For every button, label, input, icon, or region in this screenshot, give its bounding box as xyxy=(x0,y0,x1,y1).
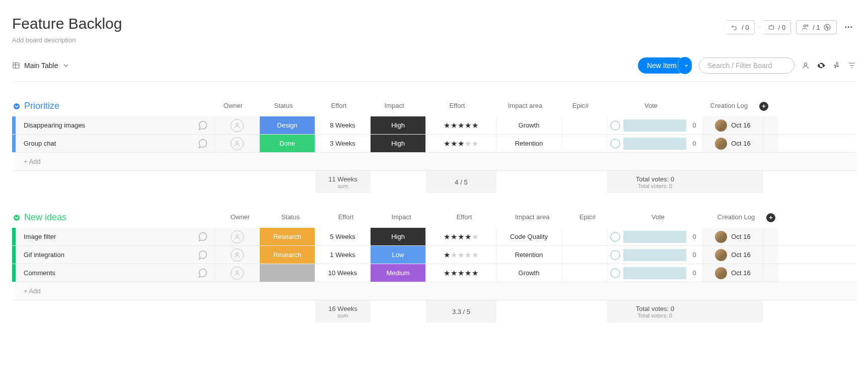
status-badge[interactable]: Design xyxy=(260,116,315,134)
owner-avatar[interactable] xyxy=(231,248,244,262)
effort-cell[interactable]: 5 Weeks xyxy=(315,228,371,245)
creation-log-cell[interactable]: Oct 16 xyxy=(703,246,763,264)
col-header-epic[interactable]: Epic# xyxy=(558,102,603,111)
view-switcher[interactable]: Main Table xyxy=(12,61,70,70)
status-badge[interactable] xyxy=(260,264,315,282)
col-header-impact-area[interactable]: Impact area xyxy=(499,213,565,222)
conversation-icon[interactable] xyxy=(197,120,208,131)
impact-badge[interactable]: Low xyxy=(371,246,425,264)
impact-area-cell[interactable]: Retention xyxy=(496,246,562,264)
group-title[interactable]: New ideas xyxy=(24,212,66,223)
impact-badge[interactable]: Medium xyxy=(371,264,425,282)
filter-button[interactable] xyxy=(848,61,856,70)
impact-area-cell[interactable]: Growth xyxy=(496,264,562,282)
creation-log-cell[interactable]: Oct 16 xyxy=(703,135,763,152)
table-row[interactable]: Group chat Done 3 Weeks High ★★★★★ Reten… xyxy=(12,135,856,153)
vote-cell[interactable]: 0 xyxy=(607,267,702,279)
search-input[interactable] xyxy=(699,57,794,74)
rating-cell[interactable]: ★★★★★ xyxy=(426,116,496,134)
status-badge[interactable]: Done xyxy=(260,135,315,152)
item-name[interactable]: Group chat xyxy=(24,140,56,147)
col-header-epic[interactable]: Epic# xyxy=(565,213,610,222)
impact-badge[interactable]: High xyxy=(371,135,425,152)
impact-badge[interactable]: High xyxy=(371,116,425,134)
col-header-owner[interactable]: Owner xyxy=(218,213,263,222)
vote-cell[interactable]: 0 xyxy=(607,249,702,261)
effort-cell[interactable]: 1 Weeks xyxy=(315,246,371,264)
vote-button[interactable] xyxy=(610,268,620,278)
pin-button[interactable] xyxy=(833,61,841,70)
col-header-status[interactable]: Status xyxy=(263,213,318,222)
effort-cell[interactable]: 8 Weeks xyxy=(315,116,371,134)
item-name[interactable]: Gif integration xyxy=(24,251,64,259)
vote-button[interactable] xyxy=(610,250,620,260)
rating-cell[interactable]: ★★★★★ xyxy=(426,246,496,264)
owner-avatar[interactable] xyxy=(231,230,244,243)
add-item-input[interactable]: + Add xyxy=(16,153,856,170)
conversation-icon[interactable] xyxy=(197,231,208,242)
add-column-button[interactable]: + xyxy=(766,213,775,222)
status-badge[interactable]: Research xyxy=(260,246,315,264)
table-row[interactable]: Disappearing images Design 8 Weeks High … xyxy=(12,116,856,135)
collapse-icon[interactable] xyxy=(12,102,21,111)
epic-cell[interactable] xyxy=(562,228,607,245)
col-header-owner[interactable]: Owner xyxy=(210,102,256,111)
members-chip[interactable]: / 1 xyxy=(796,20,836,34)
owner-avatar[interactable] xyxy=(231,119,244,132)
epic-cell[interactable] xyxy=(562,116,607,134)
vote-button[interactable] xyxy=(610,139,620,149)
collapse-icon[interactable] xyxy=(12,213,21,222)
table-row[interactable]: Gif integration Research 1 Weeks Low ★★★… xyxy=(12,246,856,264)
status-badge[interactable]: Research xyxy=(260,228,315,245)
vote-cell[interactable]: 0 xyxy=(607,138,702,150)
item-name[interactable]: Comments xyxy=(24,269,55,277)
impact-badge[interactable]: High xyxy=(371,228,425,245)
more-button[interactable]: ··· xyxy=(842,21,856,34)
vote-cell[interactable]: 0 xyxy=(607,231,702,243)
impact-area-cell[interactable]: Growth xyxy=(496,116,562,134)
impact-area-cell[interactable]: Retention xyxy=(496,135,562,152)
conversation-icon[interactable] xyxy=(197,138,208,149)
col-header-impact-area[interactable]: Impact area xyxy=(492,102,558,111)
vote-button[interactable] xyxy=(610,232,620,242)
effort-cell[interactable]: 3 Weeks xyxy=(315,135,371,152)
table-row[interactable]: Comments 10 Weeks Medium ★★★★★ Growth xyxy=(12,264,856,282)
creation-log-cell[interactable]: Oct 16 xyxy=(703,228,763,245)
epic-cell[interactable] xyxy=(562,264,607,282)
table-row[interactable]: Image filter Research 5 Weeks High ★★★★★… xyxy=(12,228,856,246)
person-filter-button[interactable] xyxy=(802,61,810,70)
rating-cell[interactable]: ★★★★★ xyxy=(426,228,496,245)
col-header-effort[interactable]: Effort xyxy=(311,102,367,111)
effort-cell[interactable]: 10 Weeks xyxy=(315,264,371,282)
col-header-vote[interactable]: Vote xyxy=(610,213,706,222)
item-name[interactable]: Image filter xyxy=(24,233,56,240)
conversation-icon[interactable] xyxy=(197,268,208,279)
col-header-creation-log[interactable]: Creation Log xyxy=(699,102,759,111)
vote-cell[interactable]: 0 xyxy=(607,119,702,132)
col-header-effort[interactable]: Effort xyxy=(318,213,374,222)
col-header-impact[interactable]: Impact xyxy=(374,213,429,222)
col-header-creation-log[interactable]: Creation Log xyxy=(706,213,766,222)
epic-cell[interactable] xyxy=(562,135,607,152)
add-item-input[interactable]: + Add xyxy=(16,282,856,300)
integrations-chip[interactable]: / 0 xyxy=(723,20,754,34)
hide-button[interactable] xyxy=(817,61,826,70)
col-header-impact[interactable]: Impact xyxy=(367,102,422,111)
owner-avatar[interactable] xyxy=(231,267,244,280)
conversation-icon[interactable] xyxy=(197,249,208,261)
impact-area-cell[interactable]: Code Quality xyxy=(496,228,562,245)
epic-cell[interactable] xyxy=(562,246,607,264)
col-header-vote[interactable]: Vote xyxy=(603,102,699,111)
col-header-effort2[interactable]: Effort xyxy=(422,102,492,111)
group-title[interactable]: Prioritize xyxy=(24,101,59,111)
owner-avatar[interactable] xyxy=(231,137,244,150)
col-header-status[interactable]: Status xyxy=(256,102,311,111)
automations-chip[interactable]: / 0 xyxy=(760,20,791,34)
rating-cell[interactable]: ★★★★★ xyxy=(426,135,496,152)
col-header-effort2[interactable]: Effort xyxy=(429,213,499,222)
creation-log-cell[interactable]: Oct 16 xyxy=(703,264,763,282)
page-title[interactable]: Feature Backlog xyxy=(12,15,122,32)
add-column-button[interactable]: + xyxy=(759,102,768,111)
creation-log-cell[interactable]: Oct 16 xyxy=(703,116,763,134)
item-name[interactable]: Disappearing images xyxy=(24,121,85,129)
